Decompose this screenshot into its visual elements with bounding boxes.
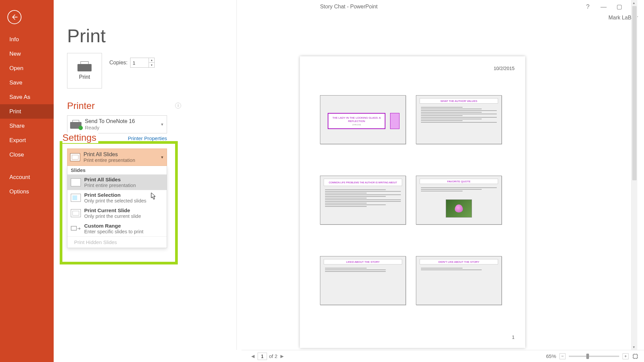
print-preview-pane: 10/2/2015 1 THE LADY IN THE LOOKING GLAS…	[236, 0, 637, 350]
next-page-button[interactable]: ▶	[279, 354, 285, 359]
slides-icon	[70, 153, 80, 161]
print-button[interactable]: Print	[67, 53, 102, 88]
preview-slide-6: DIDN'T LIKE ABOUT THE STORY	[416, 256, 502, 305]
printer-section-title: Printer i	[67, 101, 195, 111]
copies-stepper[interactable]: ▲ ▼	[130, 58, 155, 68]
printer-status: Ready	[85, 125, 135, 131]
copies-label: Copies:	[109, 60, 127, 66]
opt-custom-range[interactable]: Custom Range Enter specific slides to pr…	[67, 221, 167, 236]
svg-rect-1	[633, 354, 637, 358]
zoom-label: 65%	[546, 353, 556, 359]
print-current-icon	[71, 209, 81, 217]
nav-print[interactable]: Print	[0, 104, 54, 119]
settings-section: Settings Print All Slides Print entire p…	[67, 145, 195, 248]
backstage-nav: Info New Open Save Save As Print Share E…	[0, 0, 54, 362]
nav-account[interactable]: Account	[0, 170, 54, 184]
preview-page-number: 1	[512, 335, 515, 340]
printer-select[interactable]: Send To OneNote 16 Ready ▼	[67, 115, 167, 133]
nav-save[interactable]: Save	[0, 75, 54, 90]
print-all-icon	[71, 178, 81, 186]
preview-date: 10/2/2015	[494, 66, 515, 71]
zoom-out-button[interactable]: −	[559, 353, 566, 359]
preview-page: 10/2/2015 1 THE LADY IN THE LOOKING GLAS…	[300, 56, 525, 348]
nav-export[interactable]: Export	[0, 133, 54, 147]
print-button-label: Print	[79, 74, 90, 80]
preview-scrollbar[interactable]	[631, 0, 637, 350]
preview-slide-3: COMMON LIFE PROBLEMS THE AUTHOR IS WRITI…	[320, 176, 406, 225]
chevron-down-icon: ▼	[160, 122, 164, 126]
what-to-print-dropdown: Slides Print All Slides Print entire pre…	[67, 166, 167, 248]
print-left-column: Print Copies: ▲ ▼ Printer i Send To	[67, 53, 195, 248]
page-current-input[interactable]	[258, 353, 267, 360]
preview-slide-5: LIKED ABOUT THE STORY	[320, 256, 406, 305]
nav-open[interactable]: Open	[0, 61, 54, 75]
opt-print-selection[interactable]: Print Selection Only print the selected …	[67, 190, 167, 205]
preview-slide-1: THE LADY IN THE LOOKING GLASS: A REFLECT…	[320, 95, 406, 144]
print-selection-icon	[71, 194, 81, 202]
copies-row: Copies: ▲ ▼	[109, 58, 155, 68]
what-label: Print All Slides	[84, 151, 135, 158]
nav-save-as[interactable]: Save As	[0, 90, 54, 104]
copies-down[interactable]: ▼	[149, 63, 154, 67]
svg-rect-0	[71, 226, 76, 230]
what-desc: Print entire presentation	[84, 158, 135, 163]
back-button[interactable]	[7, 10, 21, 24]
dropdown-group: Slides	[67, 166, 167, 175]
printer-device-icon	[70, 120, 82, 129]
copies-up[interactable]: ▲	[149, 58, 154, 63]
opt-print-all-slides[interactable]: Print All Slides Print entire presentati…	[67, 175, 167, 190]
zoom-slider[interactable]	[569, 356, 619, 357]
zoom-controls: 65% − +	[546, 353, 639, 360]
copies-input[interactable]	[130, 58, 149, 67]
preview-slide-4: FAVORITE QUOTE	[416, 176, 502, 225]
printer-icon	[77, 61, 92, 71]
nav-options[interactable]: Options	[0, 184, 54, 199]
custom-range-icon	[71, 225, 81, 233]
preview-slide-image	[446, 199, 472, 218]
nav-info[interactable]: Info	[0, 32, 54, 47]
settings-section-title: Settings	[62, 132, 98, 143]
printer-name: Send To OneNote 16	[85, 118, 135, 124]
zoom-in-button[interactable]: +	[623, 353, 629, 359]
what-to-print-select[interactable]: Print All Slides Print entire presentati…	[67, 148, 167, 166]
preview-footer: ◀ of 2 ▶ 65% − +	[241, 350, 644, 362]
preview-slide-2: WHAT THE AUTHOR VALUES	[416, 95, 502, 144]
opt-print-hidden-disabled: Print Hidden Slides	[67, 236, 167, 248]
opt-print-current-slide[interactable]: Print Current Slide Only print the curre…	[67, 205, 167, 221]
printer-info-icon[interactable]: i	[175, 103, 181, 109]
page-nav: ◀ of 2 ▶	[250, 353, 285, 360]
prev-page-button[interactable]: ◀	[250, 354, 256, 359]
main-area: Print Print Copies: ▲ ▼ Printer i	[54, 0, 644, 362]
page-title: Print	[67, 25, 106, 47]
nav-share[interactable]: Share	[0, 119, 54, 133]
nav-close[interactable]: Close	[0, 147, 54, 162]
page-total: of 2	[269, 353, 277, 359]
nav-new[interactable]: New	[0, 47, 54, 61]
chevron-down-icon: ▼	[160, 155, 164, 159]
zoom-fit-button[interactable]	[632, 353, 639, 360]
